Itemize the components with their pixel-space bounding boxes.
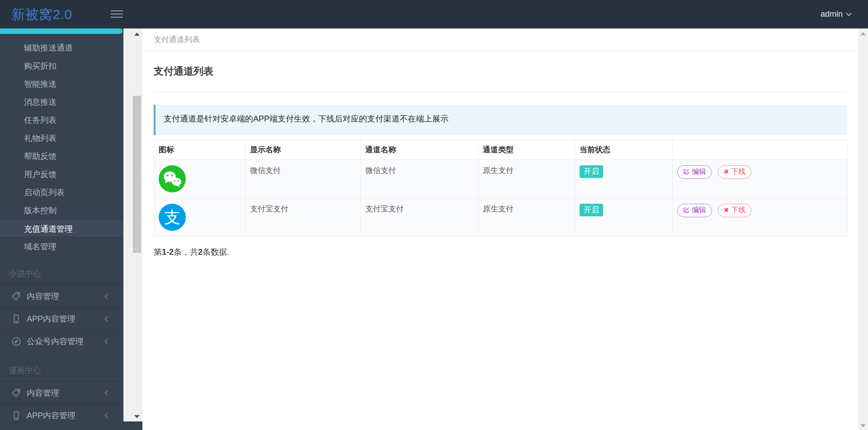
table-header-row: 图标 显示名称 通道名称 通道类型 当前状态 (154, 140, 848, 160)
summary-total: 2 (198, 248, 203, 257)
offline-button[interactable]: ✖ 下线 (718, 165, 752, 179)
status-badge: 开启 (580, 165, 603, 178)
alipay-icon: 支 (159, 204, 186, 231)
divider (154, 92, 847, 93)
column-header: 显示名称 (245, 140, 361, 160)
column-header: 通道类型 (478, 140, 575, 160)
info-alert-text: 支付通道是针对安卓端的APP端支付生效，下线后对应的支付渠道不在端上展示 (164, 114, 448, 123)
chevron-left-icon (104, 390, 110, 396)
app-header: 新被窝2.0 admin (0, 0, 868, 28)
info-alert: 支付通道是针对安卓端的APP端支付生效，下线后对应的支付渠道不在端上展示 (154, 105, 847, 135)
compass-icon (11, 337, 21, 346)
sidebar-item-label: APP内容管理 (27, 410, 75, 421)
tags-icon (11, 388, 21, 398)
breadcrumb-item: 支付通道列表 (154, 35, 200, 44)
user-menu[interactable]: admin (821, 0, 851, 28)
x-icon: ✖ (724, 168, 729, 175)
content-scrollbar (858, 28, 868, 430)
table-row: 微信支付 微信支付 原生支付 开启 编辑 ✖ 下线 (154, 160, 848, 198)
sidebar-section-title: 小说中心 (0, 263, 123, 285)
loading-progress-bar (0, 28, 123, 34)
sidebar-item[interactable]: 智能推送 (0, 75, 123, 93)
sidebar-item[interactable]: 启动页列表 (0, 183, 123, 201)
status-badge: 开启 (580, 204, 603, 216)
sidebar: 辅助推送通道 购买折扣 智能推送 消息推送 任务列表 礼物列表 帮助反馈 用户反… (0, 28, 142, 430)
main-content: 支付通道列表 支付通道列表 支付通道是针对安卓端的APP端支付生效，下线后对应的… (142, 28, 858, 430)
column-header: 当前状态 (575, 140, 673, 160)
tags-icon (11, 291, 21, 301)
scrollbar-thumb[interactable] (133, 96, 141, 253)
edit-button[interactable]: 编辑 (677, 204, 712, 217)
sidebar-item[interactable]: 购买折扣 (0, 57, 123, 75)
sidebar-nav: 辅助推送通道 购买折扣 智能推送 消息推送 任务列表 礼物列表 帮助反馈 用户反… (0, 28, 123, 426)
cell-channel-type: 原生支付 (478, 198, 575, 237)
content-panel: 支付通道列表 支付通道是针对安卓端的APP端支付生效，下线后对应的支付渠道不在端… (142, 65, 858, 257)
scroll-up-arrow-icon[interactable] (134, 33, 140, 36)
mobile-icon (11, 411, 21, 421)
wechat-icon (159, 165, 186, 192)
hamburger-icon (111, 10, 123, 11)
username-label: admin (821, 9, 843, 19)
sidebar-item-expandable[interactable]: 公众号内容管理 (0, 330, 123, 352)
edit-button[interactable]: 编辑 (677, 165, 712, 179)
edit-icon (683, 207, 689, 213)
offline-button-label: 下线 (731, 167, 745, 177)
sidebar-section-title: 漫画中心 (0, 360, 123, 381)
chevron-left-icon (104, 316, 110, 322)
offline-button[interactable]: ✖ 下线 (718, 204, 752, 217)
sidebar-item-label: APP内容管理 (27, 313, 75, 324)
edit-icon (683, 168, 689, 175)
chevron-left-icon (104, 412, 110, 418)
chevron-down-icon (846, 10, 852, 16)
sidebar-item-label: 内容管理 (27, 388, 59, 398)
hamburger-icon (111, 17, 123, 18)
summary-text: 第 (154, 248, 162, 257)
column-header: 图标 (154, 140, 245, 160)
svg-text:支: 支 (164, 208, 180, 226)
scroll-up-arrow-icon[interactable] (860, 32, 866, 35)
cell-channel-name: 微信支付 (361, 160, 478, 198)
table-row: 支 支付宝支付 支付宝支付 原生支付 开启 编辑 ✖ 下线 (154, 198, 848, 237)
chevron-left-icon (104, 338, 110, 344)
summary-text: 条，共 (174, 248, 198, 257)
sidebar-item-expandable[interactable]: 内容管理 (0, 381, 123, 404)
edit-button-label: 编辑 (692, 167, 706, 177)
summary-range: 1-2 (162, 248, 174, 257)
sidebar-item[interactable]: 域名管理 (0, 238, 123, 256)
sidebar-item[interactable]: 消息推送 (0, 93, 123, 111)
sidebar-item[interactable]: 任务列表 (0, 111, 123, 129)
sidebar-item-expandable[interactable]: APP内容管理 (0, 404, 123, 426)
summary-text: 条数据. (203, 248, 229, 257)
scroll-down-arrow-icon[interactable] (134, 415, 140, 418)
cell-channel-type: 原生支付 (478, 160, 575, 198)
sidebar-scrollbar (123, 28, 142, 421)
column-header (673, 140, 848, 160)
sidebar-item-expandable[interactable]: APP内容管理 (0, 307, 123, 330)
page-title: 支付通道列表 (154, 65, 847, 78)
breadcrumb: 支付通道列表 (142, 28, 858, 51)
sidebar-item-expandable[interactable]: 内容管理 (0, 285, 123, 307)
app-logo: 新被窝2.0 (11, 0, 72, 28)
sidebar-item[interactable]: 礼物列表 (0, 129, 123, 147)
results-summary: 第1-2条，共2条数据. (154, 247, 847, 257)
edit-button-label: 编辑 (692, 206, 706, 215)
column-header: 通道名称 (361, 140, 478, 160)
hamburger-icon (111, 14, 123, 14)
cell-display-name: 支付宝支付 (245, 198, 361, 237)
mobile-icon (11, 314, 21, 324)
sidebar-item[interactable]: 帮助反馈 (0, 147, 123, 165)
sidebar-toggle-button[interactable] (111, 10, 123, 19)
sidebar-item[interactable]: 辅助推送通道 (0, 39, 123, 57)
offline-button-label: 下线 (731, 206, 745, 215)
cell-display-name: 微信支付 (245, 160, 361, 198)
payment-channels-table: 图标 显示名称 通道名称 通道类型 当前状态 (154, 140, 848, 237)
sidebar-item-label: 内容管理 (27, 291, 59, 302)
sidebar-item[interactable]: 版本控制 (0, 201, 123, 220)
sidebar-item[interactable]: 用户反馈 (0, 165, 123, 183)
scroll-down-arrow-icon[interactable] (860, 424, 866, 427)
chevron-left-icon (104, 293, 110, 299)
cell-channel-name: 支付宝支付 (361, 198, 478, 237)
sidebar-item-active[interactable]: 充值通道管理 (0, 220, 123, 238)
x-icon: ✖ (724, 207, 729, 213)
sidebar-item-label: 公众号内容管理 (27, 336, 84, 347)
